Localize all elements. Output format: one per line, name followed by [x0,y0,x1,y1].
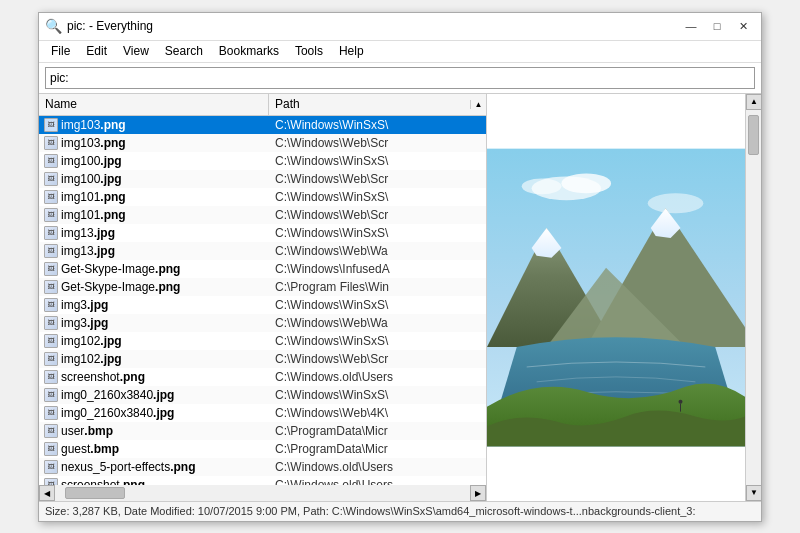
main-content: Name Path ▲ 🖼img103.pngC:\Windows\WinSxS… [39,94,761,501]
file-name: screenshot.png [61,370,271,384]
table-row[interactable]: 🖼screenshot.pngC:\Windows.old\Users [39,368,486,386]
file-icon: 🖼 [43,351,59,367]
table-row[interactable]: 🖼user.bmpC:\ProgramData\Micr [39,422,486,440]
status-bar: Size: 3,287 KB, Date Modified: 10/07/201… [39,501,761,521]
app-icon: 🔍 [45,18,61,34]
file-path: C:\Windows\Web\Scr [271,136,486,150]
svg-point-2 [561,173,611,193]
file-icon: 🖼 [43,459,59,475]
menu-item-edit[interactable]: Edit [78,43,115,59]
file-path: C:\Windows\InfusedA [271,262,486,276]
scrollbar-track[interactable] [746,110,761,485]
file-name: img103.png [61,136,271,150]
h-scrollbar-thumb[interactable] [65,487,125,499]
file-path: C:\Windows.old\Users [271,460,486,474]
column-header-path[interactable]: Path [269,97,470,111]
file-path: C:\Windows.old\Users [271,478,486,485]
vertical-scrollbar[interactable]: ▲ ▼ [745,94,761,501]
list-header: Name Path ▲ [39,94,486,116]
file-name: img102.jpg [61,334,271,348]
file-icon: 🖼 [43,243,59,259]
scroll-right-button[interactable]: ▶ [470,485,486,501]
file-name: Get-Skype-Image.png [61,262,271,276]
table-row[interactable]: 🖼screenshot.pngC:\Windows.old\Users [39,476,486,485]
table-row[interactable]: 🖼img13.jpgC:\Windows\WinSxS\ [39,224,486,242]
file-path: C:\ProgramData\Micr [271,424,486,438]
file-icon: 🖼 [43,261,59,277]
table-row[interactable]: 🖼img13.jpgC:\Windows\Web\Wa [39,242,486,260]
title-bar: 🔍 pic: - Everything — □ ✕ [39,13,761,41]
file-path: C:\Windows\WinSxS\ [271,190,486,204]
preview-image [487,94,745,501]
table-row[interactable]: 🖼img102.jpgC:\Windows\Web\Scr [39,350,486,368]
search-bar [39,63,761,94]
close-button[interactable]: ✕ [731,16,755,36]
file-name: img100.jpg [61,154,271,168]
h-scrollbar-track[interactable] [55,485,470,501]
file-path: C:\ProgramData\Micr [271,442,486,456]
file-path: C:\Windows\Web\Wa [271,316,486,330]
table-row[interactable]: 🖼img3.jpgC:\Windows\WinSxS\ [39,296,486,314]
file-icon: 🖼 [43,207,59,223]
file-icon: 🖼 [43,279,59,295]
menu-item-bookmarks[interactable]: Bookmarks [211,43,287,59]
file-name: img102.jpg [61,352,271,366]
column-header-name[interactable]: Name [39,94,269,115]
table-row[interactable]: 🖼img100.jpgC:\Windows\WinSxS\ [39,152,486,170]
table-row[interactable]: 🖼img103.pngC:\Windows\WinSxS\ [39,116,486,134]
file-path: C:\Windows\WinSxS\ [271,154,486,168]
table-row[interactable]: 🖼img101.pngC:\Windows\WinSxS\ [39,188,486,206]
file-icon: 🖼 [43,423,59,439]
file-icon: 🖼 [43,225,59,241]
file-name: nexus_5-port-effects.png [61,460,271,474]
table-row[interactable]: 🖼img101.pngC:\Windows\Web\Scr [39,206,486,224]
table-row[interactable]: 🖼img102.jpgC:\Windows\WinSxS\ [39,332,486,350]
search-input[interactable] [45,67,755,89]
table-row[interactable]: 🖼Get-Skype-Image.pngC:\Windows\InfusedA [39,260,486,278]
scroll-down-button[interactable]: ▼ [746,485,761,501]
scroll-up-arrow[interactable]: ▲ [470,100,486,109]
file-path: C:\Windows\WinSxS\ [271,388,486,402]
file-icon: 🖼 [43,369,59,385]
file-icon: 🖼 [43,333,59,349]
title-controls: — □ ✕ [679,16,755,36]
table-row[interactable]: 🖼guest.bmpC:\ProgramData\Micr [39,440,486,458]
file-name: user.bmp [61,424,271,438]
menu-item-search[interactable]: Search [157,43,211,59]
table-row[interactable]: 🖼img100.jpgC:\Windows\Web\Scr [39,170,486,188]
table-row[interactable]: 🖼Get-Skype-Image.pngC:\Program Files\Win [39,278,486,296]
file-list-pane: Name Path ▲ 🖼img103.pngC:\Windows\WinSxS… [39,94,487,501]
file-name: Get-Skype-Image.png [61,280,271,294]
file-name: img101.png [61,208,271,222]
file-list: 🖼img103.pngC:\Windows\WinSxS\🖼img103.png… [39,116,486,485]
file-path: C:\Windows.old\Users [271,370,486,384]
file-path: C:\Windows\Web\Scr [271,352,486,366]
file-name: img100.jpg [61,172,271,186]
table-row[interactable]: 🖼img3.jpgC:\Windows\Web\Wa [39,314,486,332]
file-path: C:\Windows\WinSxS\ [271,118,486,132]
maximize-button[interactable]: □ [705,16,729,36]
scrollbar-thumb[interactable] [748,115,759,155]
file-icon: 🖼 [43,171,59,187]
table-row[interactable]: 🖼img0_2160x3840.jpgC:\Windows\WinSxS\ [39,386,486,404]
scroll-up-button[interactable]: ▲ [746,94,761,110]
file-name: img0_2160x3840.jpg [61,388,271,402]
menu-item-help[interactable]: Help [331,43,372,59]
table-row[interactable]: 🖼img0_2160x3840.jpgC:\Windows\Web\4K\ [39,404,486,422]
file-name: img103.png [61,118,271,132]
file-name: img3.jpg [61,316,271,330]
menu-item-file[interactable]: File [43,43,78,59]
scroll-left-button[interactable]: ◀ [39,485,55,501]
file-path: C:\Windows\Web\Scr [271,208,486,222]
file-path: C:\Program Files\Win [271,280,486,294]
menu-bar: FileEditViewSearchBookmarksToolsHelp [39,41,761,63]
table-row[interactable]: 🖼nexus_5-port-effects.pngC:\Windows.old\… [39,458,486,476]
file-name: screenshot.png [61,478,271,485]
menu-item-tools[interactable]: Tools [287,43,331,59]
horizontal-scrollbar[interactable]: ◀ ▶ [39,485,486,501]
menu-item-view[interactable]: View [115,43,157,59]
table-row[interactable]: 🖼img103.pngC:\Windows\Web\Scr [39,134,486,152]
file-path: C:\Windows\WinSxS\ [271,226,486,240]
minimize-button[interactable]: — [679,16,703,36]
title-bar-left: 🔍 pic: - Everything [45,18,153,34]
